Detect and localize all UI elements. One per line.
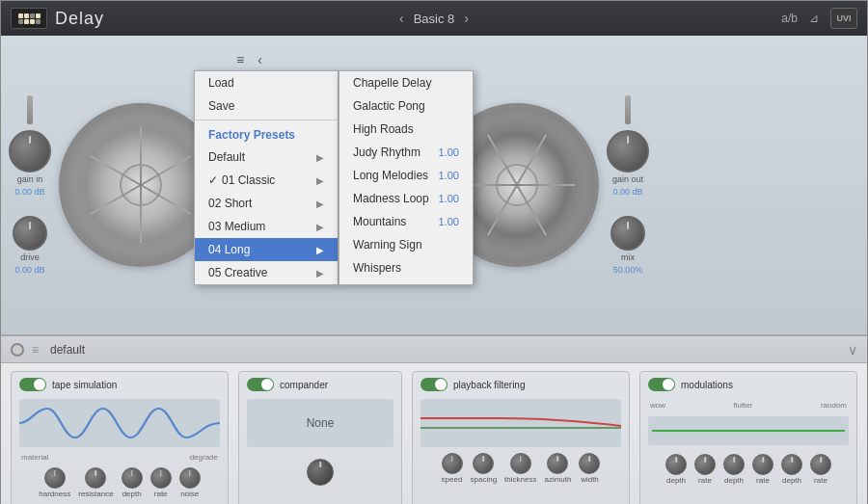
hardness-group: hardness (39, 467, 70, 498)
bottom-section: ≡ default ∨ tape simulation (1, 334, 867, 504)
submenu-mountains[interactable]: Mountains 1.00 (339, 210, 473, 233)
power-button[interactable] (11, 343, 24, 357)
playback-waveform (420, 399, 621, 447)
submenu-madness[interactable]: Madness Loop 1.00 (339, 187, 473, 210)
submenu-long-melodies[interactable]: Long Melodies 1.00 (339, 164, 473, 187)
logo-dot (36, 13, 41, 18)
logo-dot (30, 19, 35, 24)
spacing-label: spacing (471, 475, 498, 484)
submenu-chapelle[interactable]: Chapelle Delay (339, 71, 473, 94)
modulations-module: modulations wow flutter random (639, 371, 857, 504)
right-side-knobs: gain out 0.00 dB mix 50.00% (599, 36, 657, 334)
preset-02-item[interactable]: 02 Short ▶ (195, 192, 338, 215)
tape-sim-label: tape simulation (52, 380, 117, 390)
playback-toggle[interactable] (420, 378, 448, 391)
material-label: material (21, 453, 48, 462)
width-knob[interactable] (579, 453, 600, 474)
gain-out-knob[interactable] (607, 130, 649, 172)
tape-sim-waveform (19, 399, 220, 447)
knob-indicator (627, 136, 629, 144)
preset-04-item[interactable]: 04 Long ▶ (195, 238, 338, 261)
plugin-area: gain in 0.00 dB drive 0.00 dB (1, 36, 867, 504)
preset-01-item[interactable]: ✓01 Classic ▶ (195, 169, 338, 192)
compander-toggle[interactable] (247, 378, 274, 391)
mod-rate-2-knob[interactable] (752, 454, 773, 475)
gain-in-group: gain in 0.00 dB (9, 95, 51, 197)
logo-dot (18, 13, 23, 18)
logo-box (11, 8, 47, 29)
prev-preset-button[interactable]: ‹ (399, 11, 404, 26)
gain-out-label: gain out (612, 174, 643, 185)
playback-module: playback filtering speed (412, 371, 630, 504)
mod-depth-3-knob[interactable] (781, 454, 802, 475)
bottom-preset-name: default (50, 343, 85, 357)
drive-knob[interactable] (13, 216, 47, 251)
mix-label: mix (621, 252, 635, 263)
compander-knob[interactable] (307, 459, 334, 486)
noise-label: noise (180, 490, 199, 498)
mod-rate-1-knob[interactable] (694, 454, 716, 475)
modulations-header: modulations (648, 378, 849, 391)
mix-knob[interactable] (610, 216, 645, 251)
logo-grid (18, 13, 41, 24)
logo-dot (24, 13, 29, 18)
submenu-warning[interactable]: Warning Sign (339, 233, 473, 256)
preset-03-item[interactable]: 03 Medium ▶ (195, 215, 338, 238)
logo-dot (18, 19, 23, 24)
azimuth-knob[interactable] (547, 453, 568, 474)
preset-name: Basic 8 (414, 12, 455, 26)
load-menu-item[interactable]: Load (195, 71, 338, 94)
speed-knob[interactable] (442, 453, 463, 474)
noise-knob[interactable] (179, 467, 201, 489)
uvi-logo: UVI (830, 8, 857, 29)
resistance-label: resistance (78, 490, 113, 498)
tape-sim-knobs: hardness resistance depth rate (19, 467, 220, 498)
mod-depth-1-knob[interactable] (665, 454, 687, 475)
rate-knob[interactable] (150, 467, 172, 489)
ab-button[interactable]: a/b (781, 12, 798, 25)
mod-depth-1-group: depth (665, 454, 687, 485)
azimuth-label: azimuth (544, 475, 571, 484)
random-label: random (821, 401, 847, 410)
drive-value: 0.00 dB (14, 265, 44, 275)
drive-label: drive (20, 252, 40, 263)
spacing-knob[interactable] (473, 453, 494, 474)
gain-in-knob[interactable] (9, 130, 51, 172)
speed-group: speed (442, 453, 463, 484)
arrow-icon: ▶ (316, 222, 324, 232)
hardness-label: hardness (39, 490, 70, 498)
submenu-whispers[interactable]: Whispers (339, 256, 473, 279)
tape-sim-toggle[interactable] (19, 378, 46, 391)
resistance-group: resistance (78, 467, 113, 498)
azimuth-group: azimuth (544, 453, 571, 484)
submenu-high-roads[interactable]: High Roads (339, 118, 473, 141)
thickness-knob[interactable] (510, 453, 531, 474)
preset-05-item[interactable]: 05 Creative ▶ (195, 261, 338, 284)
compander-module: compander None (238, 371, 402, 504)
learn-button[interactable]: ⊿ (809, 12, 819, 25)
expand-button[interactable]: ∨ (848, 342, 857, 358)
arrow-icon: ▶ (316, 175, 324, 186)
modulations-toggle[interactable] (648, 378, 675, 391)
default-menu-item[interactable]: Default ▶ (195, 146, 338, 169)
knob-indicator (627, 222, 629, 229)
arrow-icon: ▶ (316, 245, 324, 255)
next-preset-button[interactable]: › (464, 11, 469, 26)
back-button[interactable]: ‹ (254, 50, 266, 69)
bottom-header: ≡ default ∨ (1, 336, 867, 363)
mod-depth-2-knob[interactable] (723, 454, 745, 475)
save-menu-item[interactable]: Save (195, 94, 338, 118)
mod-rate-3-knob[interactable] (810, 454, 831, 475)
spacing-group: spacing (471, 453, 498, 484)
width-group: width (579, 453, 600, 484)
hamburger-menu-button[interactable]: ≡ (232, 50, 248, 69)
submenu-judy[interactable]: Judy Rhythm 1.00 (339, 141, 473, 164)
submenu-galactic[interactable]: Galactic Pong (339, 94, 473, 118)
mod-rate-2-group: rate (752, 454, 773, 485)
resistance-knob[interactable] (85, 467, 106, 489)
mod-depth-2-group: depth (723, 454, 745, 485)
compander-none-label: None (307, 416, 335, 430)
depth-knob[interactable] (122, 467, 143, 489)
thickness-group: thickness (504, 453, 536, 484)
hardness-knob[interactable] (44, 467, 66, 489)
